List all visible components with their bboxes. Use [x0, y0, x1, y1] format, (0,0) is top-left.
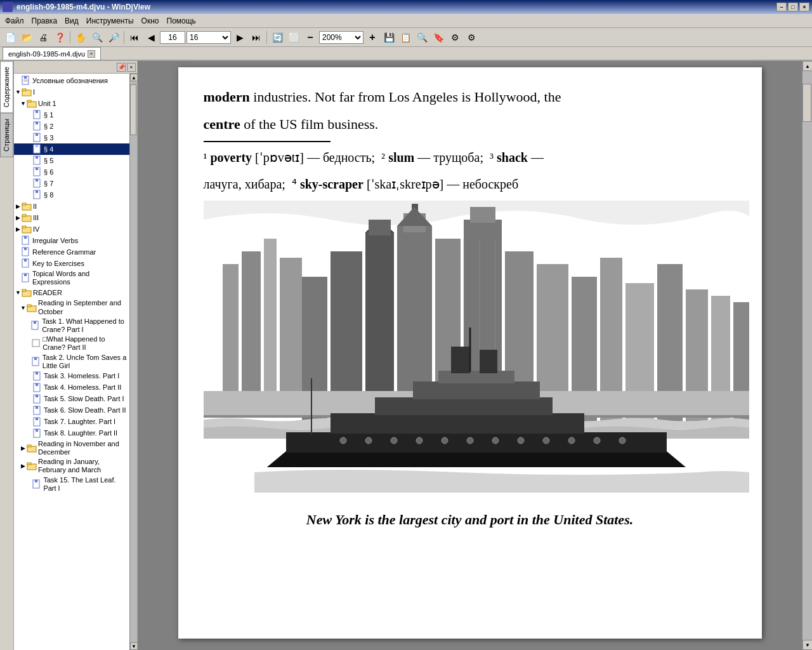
new-button[interactable]: 📄 — [3, 30, 18, 45]
menu-help[interactable]: Помощь — [163, 15, 200, 27]
zoom-minus-btn[interactable]: − — [303, 30, 318, 45]
expand-II[interactable]: ▶ — [15, 204, 21, 209]
menu-file[interactable]: Файл — [1, 15, 28, 27]
tree-item-readnovdec[interactable]: ▶ Reading in November and December — [14, 439, 129, 457]
right-scrollbar[interactable]: ▲ ▼ — [802, 61, 812, 650]
menu-tools[interactable]: Инструменты — [82, 15, 138, 27]
bookmark-btn[interactable]: 🔖 — [431, 30, 446, 45]
expand-readnovdec[interactable]: ▶ — [20, 446, 26, 451]
tree-item-symbols[interactable]: Условные обозначения — [14, 75, 129, 86]
scroll-track[interactable] — [802, 71, 812, 640]
hand-tool[interactable]: ✋ — [73, 30, 88, 45]
label-topical: Topical Words and Expressions — [32, 270, 128, 286]
label-irregular: Irregular Verbs — [32, 237, 78, 244]
tree-item-s5[interactable]: § 5 — [14, 155, 129, 166]
tree-item-s6[interactable]: § 6 — [14, 166, 129, 178]
scroll-down-btn[interactable]: ▼ — [802, 640, 812, 650]
page-dropdown[interactable]: 16 — [187, 31, 231, 44]
settings-btn1[interactable]: ⚙ — [447, 30, 462, 45]
expand-readsep[interactable]: ▼ — [20, 305, 26, 310]
tree-scroll-up[interactable]: ▲ — [130, 74, 137, 81]
save-btn[interactable]: 💾 — [381, 30, 396, 45]
svg-rect-67 — [223, 264, 239, 391]
tree-item-task6[interactable]: Task 6. Slow Death. Part II — [14, 405, 129, 416]
expand-III[interactable]: ▶ — [15, 215, 21, 221]
tree-item-task1b[interactable]: □What Happened to Crane? Part II — [14, 335, 129, 352]
rotate-btn[interactable]: 🔄 — [270, 30, 285, 45]
document-tab[interactable]: english-09-1985-m4.djvu × — [3, 47, 101, 60]
maximize-button[interactable]: □ — [788, 3, 798, 11]
pages-tab[interactable]: Страницы — [0, 113, 13, 157]
tree-close-btn[interactable]: × — [127, 63, 136, 72]
tree-scroll-thumb[interactable] — [130, 84, 136, 135]
tree-item-topical[interactable]: Topical Words and Expressions — [14, 269, 129, 287]
tree-item-task4[interactable]: Task 4. Homeless. Part II — [14, 382, 129, 394]
tree-item-s1[interactable]: § 1 — [14, 109, 129, 121]
expand-IV[interactable]: ▶ — [15, 227, 21, 232]
tree-item-s7[interactable]: § 7 — [14, 178, 129, 189]
minimize-button[interactable]: – — [776, 3, 787, 11]
tree-item-task3[interactable]: Task 3. Homeless. Part I — [14, 371, 129, 382]
tree-item-task7[interactable]: Task 7. Laughter. Part I — [14, 416, 129, 428]
tree-item-task5[interactable]: Task 5. Slow Death. Part I — [14, 394, 129, 405]
tree-item-s4[interactable]: § 4 — [14, 143, 129, 155]
tree-item-unit1[interactable]: ▼ Unit 1 — [14, 98, 129, 109]
print-button[interactable]: 🖨 — [36, 30, 51, 45]
tree-item-s3[interactable]: § 3 — [14, 132, 129, 143]
tree-item-reader[interactable]: ▼ READER — [14, 287, 129, 298]
settings-btn2[interactable]: ⚙ — [464, 30, 479, 45]
contents-tab[interactable]: Содержание — [0, 61, 13, 113]
prev-page-btn[interactable]: ◀ — [143, 30, 159, 45]
page-input[interactable] — [160, 31, 185, 44]
zoom-plus-btn[interactable]: + — [365, 30, 380, 45]
expand-reader[interactable]: ▼ — [15, 290, 21, 296]
svg-rect-65 — [35, 480, 37, 482]
svg-rect-61 — [27, 445, 31, 447]
folder-icon-readjanfeb — [27, 461, 37, 471]
tree-item-readsep[interactable]: ▼ Reading in September and October — [14, 298, 129, 316]
open-button[interactable]: 📂 — [19, 30, 34, 45]
svg-rect-99 — [375, 397, 553, 415]
fit-page-btn[interactable]: ⬜ — [286, 30, 301, 45]
close-window-button[interactable]: × — [799, 3, 809, 11]
last-page-btn[interactable]: ⏭ — [249, 30, 264, 45]
tree-pin-btn[interactable]: 📌 — [117, 63, 126, 72]
tree-item-task2[interactable]: Task 2. Uncle Tom Saves a Little Girl — [14, 353, 129, 371]
svg-rect-51 — [36, 383, 38, 386]
scroll-up-btn[interactable]: ▲ — [802, 61, 812, 71]
tree-item-IV[interactable]: ▶ IV — [14, 223, 129, 235]
tree-item-task8[interactable]: Task 8. Laughter. Part II — [14, 428, 129, 439]
tree-item-III[interactable]: ▶ III — [14, 212, 129, 223]
tree-item-s2[interactable]: § 2 — [14, 121, 129, 132]
scroll-thumb[interactable] — [802, 84, 811, 122]
zoom-select[interactable]: 200% — [319, 31, 363, 44]
copy-btn[interactable]: 📋 — [398, 30, 413, 45]
next-page-btn[interactable]: ▶ — [232, 30, 247, 45]
expand-I[interactable]: ▼ — [15, 90, 21, 95]
tree-item-s8[interactable]: § 8 — [14, 189, 129, 201]
expand-unit1[interactable]: ▼ — [20, 101, 26, 107]
find-btn[interactable]: 🔍 — [414, 30, 429, 45]
content-area[interactable]: modern industries. Not far from Los Ange… — [138, 61, 802, 650]
tree-item-task15[interactable]: Task 15. The Last Leaf. Part I — [14, 475, 129, 493]
help-button[interactable]: ❓ — [52, 30, 67, 45]
label-s3: § 3 — [44, 134, 53, 142]
tree-scroll-down[interactable]: ▼ — [130, 642, 137, 650]
menu-window[interactable]: Окно — [138, 15, 163, 27]
tab-close-btn[interactable]: × — [88, 50, 95, 58]
doc-footnote-2: лачуга, хибара; ⁴ sky-scraper [ˈskaɪˌskr… — [204, 174, 737, 194]
first-page-btn[interactable]: ⏮ — [127, 30, 142, 45]
tree-item-keyex[interactable]: Key to Exercises — [14, 258, 129, 269]
tree-item-II[interactable]: ▶ II — [14, 201, 129, 212]
tree-item-I[interactable]: ▼ I — [14, 86, 129, 98]
menu-view[interactable]: Вид — [61, 15, 82, 27]
zoom-in-btn[interactable]: 🔍 — [89, 30, 105, 45]
expand-readjanfeb[interactable]: ▶ — [20, 463, 26, 469]
tree-item-task1a[interactable]: Task 1. What Happened to Crane? Part I — [14, 317, 129, 335]
tree-item-readjanfeb[interactable]: ▶ Reading in January, February and March — [14, 457, 129, 475]
tree-scrollbar[interactable]: ▲ ▼ — [129, 74, 137, 650]
zoom-out-btn[interactable]: 🔎 — [106, 30, 121, 45]
tree-item-irregular[interactable]: Irregular Verbs — [14, 235, 129, 246]
tree-item-refgrammar[interactable]: Reference Grammar — [14, 246, 129, 258]
menu-edit[interactable]: Правка — [28, 15, 62, 27]
